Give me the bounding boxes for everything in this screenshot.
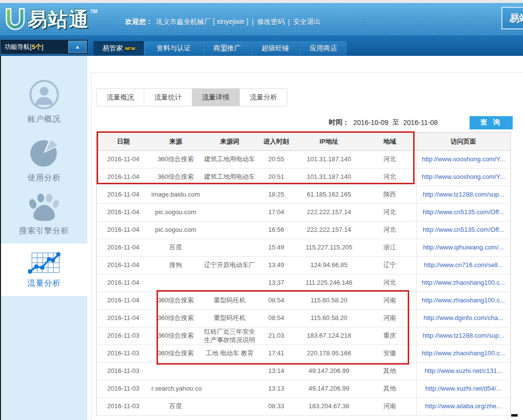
- function-nav-dropdown[interactable]: 功能导航[5个] ▲: [0, 39, 88, 54]
- cell-keyword: 工地 电动车 教育: [202, 345, 258, 363]
- visit-page-link[interactable]: http://www.zhaoshang100.c...: [422, 296, 505, 304]
- cell-keyword: [202, 239, 258, 257]
- visit-page-link[interactable]: http://www.qihuiwang.com/...: [423, 244, 504, 251]
- col-source: 来源: [150, 133, 202, 151]
- cell-visited-page: http://www.sooshong.com/Y...: [417, 151, 511, 169]
- cell-keyword: [202, 380, 258, 398]
- col-region: 地域: [364, 133, 417, 151]
- tab-traffic-overview[interactable]: 流量概况: [97, 89, 144, 106]
- date-filter: 时间： 2016-10-09 至 2016-11-08 查 询: [329, 116, 513, 129]
- welcome-label: 欢迎您：: [125, 18, 153, 26]
- sidebar-item-usage-analysis[interactable]: 使用分析: [1, 137, 87, 183]
- tab-traffic-details[interactable]: 流量详情: [192, 89, 240, 106]
- cell-date: 2016-11-03: [97, 345, 150, 363]
- col-entry-time: 进入时刻: [258, 133, 295, 151]
- cell-date: 2016-11-03: [97, 363, 150, 380]
- visit-page-link[interactable]: http://www.cn5135.com/Off...: [423, 226, 504, 233]
- visit-page-link[interactable]: http://www.xuzhi.net/d54/...: [425, 385, 501, 392]
- table-row: 2016-11-04 百度 15:49 115.227.115.205 浙江 h…: [97, 239, 511, 257]
- sidebar-item-account-overview[interactable]: 账户概况: [1, 79, 87, 124]
- cell-source: 360综合搜索: [150, 327, 202, 345]
- table-row: 2016-11-04 pic.sogou.com 17:04 222.222.1…: [97, 204, 511, 222]
- cell-ip: 222.222.157.14: [295, 204, 364, 222]
- visit-page-link[interactable]: http://www.xuzhi.net/c131...: [424, 367, 502, 374]
- cell-ip: 183.67.124.218: [295, 327, 364, 345]
- visit-page-link[interactable]: http://www.ailaba.org/zhe...: [425, 402, 501, 410]
- cell-source: 百度: [150, 239, 202, 257]
- cell-ip: 115.60.58.20: [295, 292, 364, 310]
- cell-date: 2016-11-04: [97, 274, 150, 292]
- visit-page-link[interactable]: http://www.zhaoshang100.c...: [422, 279, 505, 286]
- sidebar-item-search-engine-analysis[interactable]: 搜索引擎分析: [1, 193, 87, 236]
- cell-entry-time: 18:25: [258, 186, 295, 204]
- logo-tm: TM: [90, 9, 97, 14]
- app-header: 易站通 TM 欢迎您： 巩义市鑫业机械厂 [ xinyejixie ] | 修改…: [0, 3, 523, 35]
- nav-tab-shangdian[interactable]: 应用商店: [299, 41, 347, 55]
- cell-entry-time: 17:41: [258, 345, 295, 363]
- cell-keyword: 建筑工地用电动车: [202, 151, 258, 169]
- cell-entry-time: 15:49: [258, 239, 295, 257]
- cell-entry-time: 08:54: [258, 292, 295, 310]
- table-header-row: 日期 来源 来源词 进入时刻 IP地址 地域 访问页面: [97, 133, 511, 151]
- cell-visited-page: http://www.cn716.com/sell...: [417, 257, 511, 274]
- cell-visited-page: http://www.xuzhi.net/c131...: [417, 363, 511, 380]
- cell-ip: 124.94.66.85: [295, 257, 364, 274]
- cell-region: 安徽: [364, 345, 417, 363]
- sidebar-item-traffic-analysis[interactable]: 流量分析: [1, 244, 87, 296]
- change-password-link[interactable]: 修改密码: [257, 18, 285, 26]
- visit-page-link[interactable]: http://www.sooshong.com/Y...: [422, 155, 505, 163]
- date-from-value[interactable]: 2016-10-09: [353, 119, 389, 126]
- cell-source: 360综合搜索: [150, 151, 202, 169]
- cell-date: 2016-11-04: [97, 310, 150, 327]
- visit-page-link[interactable]: http://www.tz1288.com/sup...: [422, 191, 504, 198]
- cell-source: 360综合搜索: [150, 292, 202, 310]
- visit-page-link[interactable]: http://www.cn716.com/sell...: [424, 261, 503, 269]
- welcome-bar: 欢迎您： 巩义市鑫业机械厂 [ xinyejixie ] | 修改密码 | 安全…: [125, 18, 321, 26]
- corner-yizhantong-button[interactable]: 易站通: [501, 7, 523, 29]
- logo-u-icon: [3, 7, 27, 32]
- new-badge: NEW: [125, 46, 135, 51]
- visit-page-link[interactable]: http://www.dginfo.com/cha...: [423, 314, 503, 321]
- cell-visited-page: http://www.zhaoshang100.c...: [417, 345, 511, 363]
- time-label: 时间：: [329, 118, 349, 127]
- cell-region: 陕西: [364, 186, 417, 204]
- cell-region: 重庆: [364, 327, 417, 345]
- visit-page-link[interactable]: http://www.sooshong.com/Y...: [422, 173, 505, 180]
- visit-page-link[interactable]: http://www.tz1288.com/sup...: [422, 332, 504, 339]
- table-row: 2016-11-03 360综合搜索 工地 电动车 教育 17:41 220.1…: [97, 345, 511, 363]
- cell-visited-page: http://www.qihuiwang.com/...: [417, 239, 511, 257]
- visit-page-link[interactable]: http://www.zhaoshang100.c...: [422, 349, 505, 357]
- cell-region: 河南: [364, 310, 417, 327]
- cell-region: 其他: [364, 363, 417, 380]
- table-row: 2016-11-04 360综合搜索 建筑工地用电动车 20:51 101.31…: [97, 169, 511, 186]
- logout-link[interactable]: 安全退出: [293, 18, 321, 26]
- nav-tab-shangmeng[interactable]: 商盟推广: [203, 41, 251, 55]
- collapse-arrow-icon[interactable]: ▲: [68, 41, 87, 53]
- cell-ip: 115.60.58.20: [295, 310, 364, 327]
- nav-tab-ziliao[interactable]: 资料与认证: [144, 41, 203, 55]
- cell-region: 河北: [364, 169, 417, 186]
- tab-traffic-analysis[interactable]: 流量分析: [240, 89, 287, 106]
- cell-keyword: [202, 204, 258, 222]
- table-row: 2016-11-03 百度 08:33 183.204.67.38 河南 htt…: [97, 398, 511, 416]
- query-button[interactable]: 查 询: [470, 116, 513, 129]
- cell-keyword: [202, 222, 258, 239]
- cell-source: 360综合搜索: [150, 345, 202, 363]
- date-to-value[interactable]: 2016-11-08: [403, 119, 438, 126]
- tab-traffic-stats[interactable]: 流量统计: [144, 89, 192, 106]
- cell-source: r.search.yahoo.com: [150, 380, 202, 398]
- cell-source: 搜狗: [150, 257, 202, 274]
- visit-page-link[interactable]: http://www.cn5135.com/Off...: [423, 208, 504, 216]
- nav-tab-yiguanjia[interactable]: 易管家 NEW: [93, 41, 144, 55]
- cell-visited-page: http://www.cn5135.com/Off...: [417, 222, 511, 239]
- cell-visited-page: http://www.zhaoshang100.c...: [417, 292, 511, 310]
- main-navbar: 功能导航[5个] ▲ 易管家 NEW 资料与认证 商盟推广 超级旺铺 应用商店: [0, 35, 523, 56]
- cell-source: [150, 363, 202, 380]
- traffic-table: 日期 来源 来源词 进入时刻 IP地址 地域 访问页面 2016-11-04 3…: [96, 132, 511, 416]
- cell-keyword: 红砖厂近三年安全生产事故情况说明: [202, 327, 258, 345]
- cell-date: 2016-11-04: [97, 292, 150, 310]
- cell-entry-time: 08:33: [258, 398, 295, 416]
- cell-region: 河北: [364, 222, 417, 239]
- cell-ip: 220.178.95.166: [295, 345, 364, 363]
- nav-tab-wangpu[interactable]: 超级旺铺: [251, 41, 299, 55]
